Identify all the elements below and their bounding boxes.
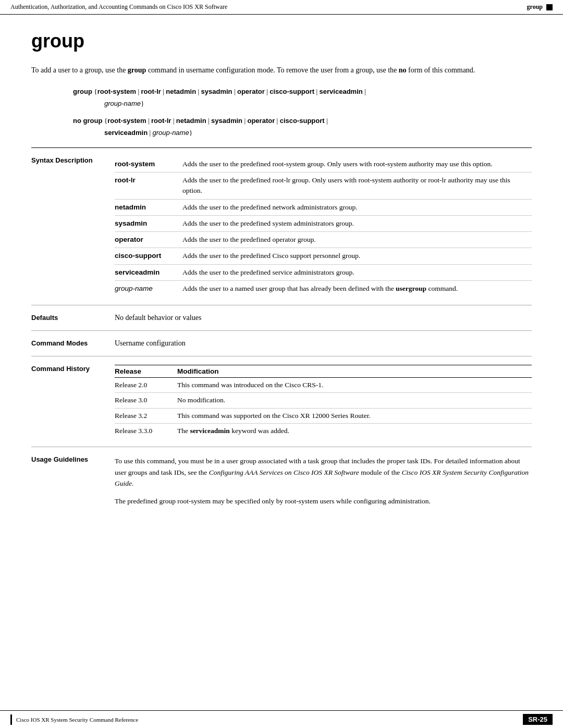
cmd2-serviceadmin: serviceadmin xyxy=(104,129,148,137)
syntax-description-cell: Adds the user to a named user group that… xyxy=(182,280,532,297)
history-row: Release 3.3.0The serviceadmin keyword wa… xyxy=(115,423,532,438)
syntax-description-cell: Adds the user to the predefined service … xyxy=(182,264,532,280)
syntax-description-cell: Adds the user to the predefined network … xyxy=(182,199,532,215)
cmd1-cisco-support: cisco-support xyxy=(270,88,314,95)
usage-p1-text2: module of the xyxy=(359,468,402,476)
syntax-term: group-name xyxy=(115,280,182,297)
intro-bold-2: no xyxy=(399,66,407,74)
defaults-label: Defaults xyxy=(31,314,115,322)
cmd1-root-lr: root-lr xyxy=(141,88,161,95)
cmd2-root-system: root-system xyxy=(107,117,146,125)
history-table: Release Modification Release 2.0This com… xyxy=(115,365,532,438)
footer-right: SR-25 xyxy=(518,714,553,725)
usage-p1-text3: . xyxy=(132,479,133,487)
cmd1-brace-close: } xyxy=(141,100,144,107)
intro-bold-1: group xyxy=(128,66,146,74)
command-history-section: Command History Release Modification Rel… xyxy=(31,356,532,447)
bottom-bar-line-icon xyxy=(10,714,12,725)
usage-p1-italic1: Configuring AAA Services on Cisco IOS XR… xyxy=(209,468,359,476)
syntax-term: cisco-support xyxy=(115,248,182,264)
cmd2-netadmin: netadmin xyxy=(176,117,206,125)
history-release: Release 3.3.0 xyxy=(115,423,177,438)
command-modes-label: Command Modes xyxy=(31,339,115,348)
cmd1-group-name: group-name xyxy=(104,100,141,107)
syntax-description-content: root-systemAdds the user to the predefin… xyxy=(115,156,532,297)
syntax-row: operatorAdds the user to the predefined … xyxy=(115,232,532,248)
cmd1-root-system: root-system xyxy=(97,88,136,95)
syntax-row: group-nameAdds the user to a named user … xyxy=(115,280,532,297)
top-bar-chapter: group xyxy=(527,3,553,11)
syntax-table: root-systemAdds the user to the predefin… xyxy=(115,156,532,297)
cmd2-sep6: | xyxy=(326,117,328,125)
top-bar-breadcrumb: Authentication, Authorization, and Accou… xyxy=(10,3,517,11)
history-release: Release 3.2 xyxy=(115,408,177,423)
syntax-description-cell: Adds the user to the predefined root-sys… xyxy=(182,156,532,172)
usage-para-2: The predefined group root-system may be … xyxy=(115,496,532,507)
syntax-description-cell: Adds the user to the predefined Cisco su… xyxy=(182,248,532,264)
history-col-release: Release xyxy=(115,365,177,378)
syntax-term: operator xyxy=(115,232,182,248)
cmd1-operator: operator xyxy=(237,88,265,95)
intro-paragraph: To add a user to a group, use the group … xyxy=(31,65,532,76)
usage-para-1: To use this command, you must be in a us… xyxy=(115,455,532,489)
defaults-text: No default behavior or values xyxy=(115,314,201,322)
history-release: Release 2.0 xyxy=(115,378,177,393)
syntax-description-label: Syntax Description xyxy=(31,156,115,297)
syntax-row: root-systemAdds the user to the predefin… xyxy=(115,156,532,172)
syntax-row: netadminAdds the user to the predefined … xyxy=(115,199,532,215)
history-release: Release 3.0 xyxy=(115,393,177,408)
usage-guidelines-content: To use this command, you must be in a us… xyxy=(115,455,532,507)
main-content: group To add a user to a group, use the … xyxy=(0,15,563,546)
syntax-row: serviceadminAdds the user to the predefi… xyxy=(115,264,532,280)
command-line-2b: serviceadmin | group-name} xyxy=(104,127,532,139)
bottom-bar: Cisco IOS XR System Security Command Ref… xyxy=(0,710,563,728)
cmd2-sysadmin: sysadmin xyxy=(211,117,242,125)
syntax-description-cell: Adds the user to the predefined system a… xyxy=(182,215,532,231)
page-title: group xyxy=(31,30,532,52)
command-syntax-block: group {root-system | root-lr | netadmin … xyxy=(73,86,532,139)
intro-text-1: To add a user to a group, use the xyxy=(31,66,128,74)
syntax-description-cell: Adds the user to the predefined operator… xyxy=(182,232,532,248)
syntax-term: netadmin xyxy=(115,199,182,215)
cmd1-serviceadmin: serviceadmin xyxy=(320,88,363,95)
command-line-2: no group {root-system | root-lr | netadm… xyxy=(73,115,532,127)
history-row: Release 2.0This command was introduced o… xyxy=(115,378,532,393)
history-col-modification: Modification xyxy=(177,365,532,378)
footer-left-text: Cisco IOS XR System Security Command Ref… xyxy=(16,717,518,723)
syntax-description-section: Syntax Description root-systemAdds the u… xyxy=(31,147,532,305)
syntax-term: sysadmin xyxy=(115,215,182,231)
intro-text-2: command in username configuration mode. … xyxy=(146,66,398,74)
intro-text-3: form of this command. xyxy=(407,66,475,74)
history-modification: This command was supported on the Cisco … xyxy=(177,408,532,423)
cmd2-no-group: no group xyxy=(73,117,102,125)
usage-guidelines-label: Usage Guidelines xyxy=(31,455,115,507)
command-modes-text: Username configuration xyxy=(115,339,186,347)
cmd2-operator: operator xyxy=(247,117,275,125)
usage-guidelines-section: Usage Guidelines To use this command, yo… xyxy=(31,447,532,515)
history-row: Release 3.0No modification. xyxy=(115,393,532,408)
syntax-description-cell: Adds the user to the predefined root-lr … xyxy=(182,172,532,200)
cmd1-sep7: | xyxy=(364,88,366,95)
command-history-content: Release Modification Release 2.0This com… xyxy=(115,365,532,438)
history-modification: This command was introduced on the Cisco… xyxy=(177,378,532,393)
history-modification: The serviceadmin keyword was added. xyxy=(177,423,532,438)
cmd1-netadmin: netadmin xyxy=(166,88,196,95)
cmd2-root-lr: root-lr xyxy=(151,117,171,125)
cmd2-group-name: group-name xyxy=(153,129,189,137)
syntax-term: serviceadmin xyxy=(115,264,182,280)
page-number: SR-25 xyxy=(523,714,553,725)
cmd1-sysadmin: sysadmin xyxy=(201,88,232,95)
command-modes-section: Command Modes Username configuration xyxy=(31,331,532,356)
history-row: Release 3.2This command was supported on… xyxy=(115,408,532,423)
command-history-label: Command History xyxy=(31,365,115,438)
syntax-row: cisco-supportAdds the user to the predef… xyxy=(115,248,532,264)
history-header-row: Release Modification xyxy=(115,365,532,378)
defaults-section: Defaults No default behavior or values xyxy=(31,305,532,331)
defaults-content: No default behavior or values xyxy=(115,314,532,322)
syntax-term: root-lr xyxy=(115,172,182,200)
command-line-1b: group-name} xyxy=(104,98,532,110)
command-line-1: group {root-system | root-lr | netadmin … xyxy=(73,86,532,98)
cmd2-cisco-support: cisco-support xyxy=(280,117,325,125)
syntax-row: root-lrAdds the user to the predefined r… xyxy=(115,172,532,200)
history-modification: No modification. xyxy=(177,393,532,408)
